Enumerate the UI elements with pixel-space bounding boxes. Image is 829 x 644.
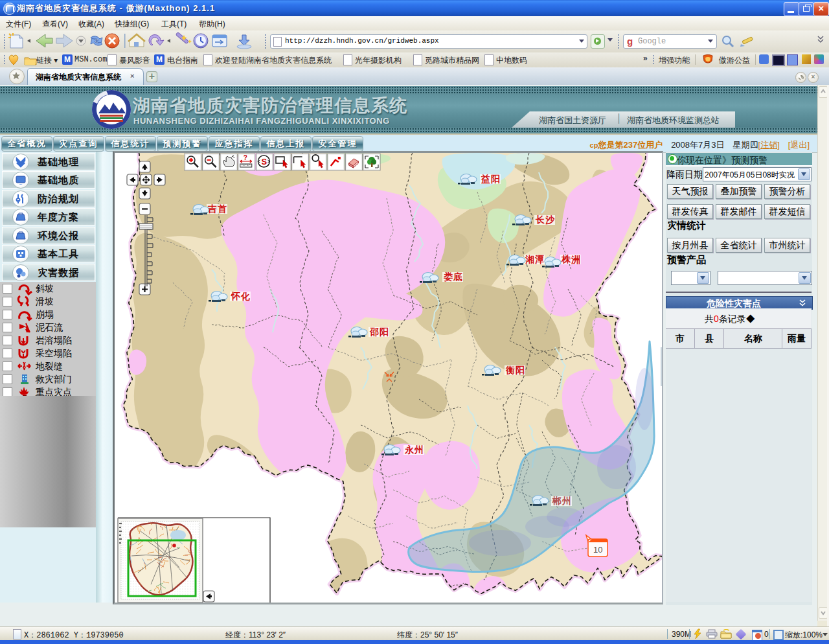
svg-text:邵阳: 邵阳 bbox=[369, 327, 389, 337]
svg-text:长沙: 长沙 bbox=[535, 214, 555, 225]
svg-text:永州: 永州 bbox=[404, 444, 424, 455]
svg-text:郴州: 郴州 bbox=[552, 496, 572, 506]
svg-text:?: ? bbox=[244, 154, 247, 161]
svg-text:吉首: 吉首 bbox=[207, 203, 227, 214]
svg-text:S: S bbox=[261, 157, 267, 167]
svg-text:10: 10 bbox=[593, 545, 602, 555]
svg-text:娄底: 娄底 bbox=[444, 271, 463, 282]
svg-text:益阳: 益阳 bbox=[481, 174, 501, 184]
svg-text:衡阳: 衡阳 bbox=[505, 365, 525, 375]
svg-text:湘潭: 湘潭 bbox=[525, 254, 545, 264]
svg-text:株洲: 株洲 bbox=[561, 254, 581, 264]
svg-text:怀化: 怀化 bbox=[231, 291, 251, 301]
